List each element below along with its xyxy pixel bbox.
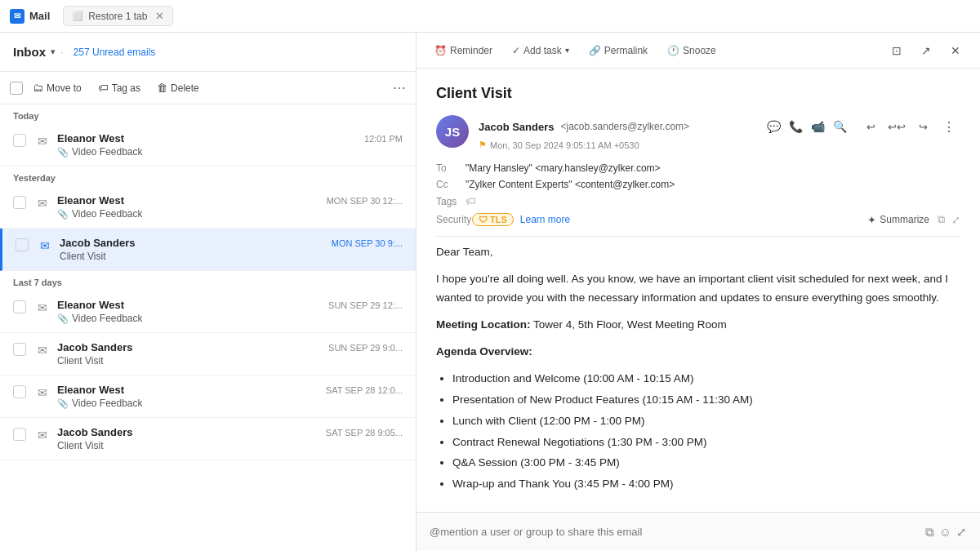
app-title-text: Mail: [29, 10, 50, 22]
add-task-button[interactable]: ✓ Add task ▾: [507, 42, 574, 60]
reply-all-button[interactable]: ↩↩: [885, 115, 908, 138]
envelope-icon: ✉: [34, 427, 51, 443]
restore-tab-button[interactable]: ⬜ Restore 1 tab ✕: [63, 6, 173, 26]
move-to-label: Move to: [47, 82, 82, 94]
tag-as-button[interactable]: 🏷 Tag as: [91, 78, 147, 97]
list-item[interactable]: ✉ Jacob Sanders Client Visit SAT SEP 28 …: [0, 418, 416, 460]
cc-row: Cc "Zylker Content Experts" <content@zyl…: [436, 176, 960, 193]
snooze-button[interactable]: 🕐 Snooze: [662, 42, 721, 60]
email-subject: 📎 Video Feedback: [57, 208, 320, 220]
email-checkbox[interactable]: [13, 300, 26, 313]
tag-as-label: Tag as: [112, 82, 140, 94]
reply-input[interactable]: [430, 526, 919, 538]
list-item[interactable]: ✉ Eleanor West 📎 Video Feedback MON SEP …: [0, 186, 416, 229]
left-panel: Inbox ▾ · 257 Unread emails 🗂 Move to 🏷 …: [0, 33, 416, 551]
select-all-checkbox[interactable]: [10, 82, 23, 95]
email-content: Jacob Sanders Client Visit: [57, 426, 319, 451]
email-sender: Eleanor West: [57, 384, 319, 396]
reply-copy-icon[interactable]: ⧉: [925, 525, 934, 540]
close-email-button[interactable]: ✕: [944, 39, 967, 62]
restore-tab-close[interactable]: ✕: [155, 10, 164, 22]
email-content: Jacob Sanders Client Visit: [60, 237, 325, 262]
email-subject: Client Visit: [57, 355, 322, 367]
summarize-button[interactable]: ✦ Summarize ⧉ ⤢: [867, 213, 960, 226]
comment-icon[interactable]: 💬: [764, 118, 783, 136]
email-date: ⚑ Mon, 30 Sep 2024 9:05:11 AM +0530: [479, 140, 960, 150]
learn-more-link[interactable]: Learn more: [520, 214, 570, 225]
email-time: SUN SEP 29 9:0...: [328, 343, 403, 353]
tls-badge: 🛡 TLS: [472, 213, 514, 226]
email-checkbox[interactable]: [13, 343, 26, 356]
inbox-bar: Inbox ▾ · 257 Unread emails: [0, 33, 416, 72]
list-item[interactable]: ✉ Jacob Sanders Client Visit MON SEP 30 …: [0, 229, 416, 271]
agenda-item: Contract Renewal Negotiations (1:30 PM -…: [452, 433, 960, 452]
reply-button[interactable]: ↩: [859, 115, 882, 138]
agenda-item: Presentation of New Product Features (10…: [452, 391, 960, 410]
app-icon: ✉: [10, 9, 24, 24]
video-icon[interactable]: 📹: [808, 118, 827, 136]
move-to-button[interactable]: 🗂 Move to: [26, 78, 88, 97]
email-content: Jacob Sanders Client Visit: [57, 341, 322, 367]
main-layout: Inbox ▾ · 257 Unread emails 🗂 Move to 🏷 …: [0, 33, 980, 551]
reply-share-icon[interactable]: ⤢: [956, 525, 967, 540]
phone-icon[interactable]: 📞: [786, 118, 805, 136]
restore-tab-label: Restore 1 tab: [88, 11, 147, 22]
email-sender: Eleanor West: [57, 194, 320, 207]
email-time: SAT SEP 28 9:05...: [326, 428, 403, 438]
list-item[interactable]: ✉ Jacob Sanders Client Visit SUN SEP 29 …: [0, 333, 416, 375]
dot-separator: ·: [60, 46, 64, 58]
email-checkbox[interactable]: [16, 238, 29, 251]
more-options-button[interactable]: ⋯: [393, 80, 406, 96]
envelope-icon: ✉: [34, 133, 51, 149]
attachment-icon: 📎: [57, 209, 69, 220]
envelope-icon: ✉: [37, 238, 53, 254]
email-sender: Jacob Sanders: [60, 237, 325, 249]
popout-icon[interactable]: ↗: [915, 39, 938, 62]
inbox-caret-icon[interactable]: ▾: [51, 47, 56, 57]
delete-button[interactable]: 🗑 Delete: [150, 78, 206, 97]
attachment-icon: 📎: [57, 313, 69, 324]
body-intro: I hope you're all doing well. As you kno…: [436, 270, 960, 308]
email-subject-title: Client Visit: [436, 85, 960, 102]
summarize-label: Summarize: [880, 214, 929, 225]
summarize-share-icon: ⤢: [951, 214, 960, 226]
agenda-item: Wrap-up and Thank You (3:45 PM - 4:00 PM…: [452, 475, 960, 494]
search-in-email-icon[interactable]: 🔍: [831, 118, 849, 136]
reminder-icon: ⏰: [434, 45, 447, 56]
tag-icon: 🏷: [98, 82, 109, 94]
tag-bookmark-icon: 🏷: [466, 195, 476, 207]
more-actions-button[interactable]: ⋮: [938, 115, 960, 138]
attachment-icon: 📎: [57, 398, 69, 409]
reminder-label: Reminder: [450, 45, 492, 56]
email-detail-toolbar: ⏰ Reminder ✓ Add task ▾ 🔗 Permalink 🕐 Sn…: [416, 33, 980, 69]
check-icon: ✓: [512, 45, 520, 56]
email-checkbox[interactable]: [13, 385, 26, 398]
meeting-location: Meeting Location: Tower 4, 5th Floor, We…: [436, 316, 960, 335]
envelope-icon: ✉: [34, 195, 51, 211]
reminder-button[interactable]: ⏰ Reminder: [430, 42, 497, 60]
agenda-item: Q&A Session (3:00 PM - 3:45 PM): [452, 454, 960, 473]
email-checkbox[interactable]: [13, 428, 26, 441]
list-item[interactable]: ✉ Eleanor West 📎 Video Feedback SUN SEP …: [0, 291, 416, 333]
permalink-button[interactable]: 🔗 Permalink: [584, 42, 653, 60]
add-task-caret: ▾: [565, 46, 569, 55]
reply-action-icons: ⧉ ☺ ⤢: [925, 525, 967, 540]
reply-actions: ↩ ↩↩ ↪ ⋮: [859, 115, 960, 138]
add-task-label: Add task: [523, 45, 562, 56]
email-checkbox[interactable]: [13, 134, 26, 147]
agenda-list: Introduction and Welcome (10:00 AM - 10:…: [452, 370, 960, 495]
list-item[interactable]: ✉ Eleanor West 📎 Video Feedback 12:01 PM: [0, 124, 416, 167]
reply-emoji-icon[interactable]: ☺: [939, 525, 951, 539]
avatar: JS: [436, 115, 469, 148]
email-time: 12:01 PM: [364, 134, 403, 144]
forward-button[interactable]: ↪: [911, 115, 934, 138]
cc-label: Cc: [436, 179, 466, 190]
email-subject: 📎 Video Feedback: [57, 313, 322, 324]
email-checkbox[interactable]: [13, 196, 26, 209]
summarize-icon: ✦: [867, 214, 876, 226]
to-row: To "Mary Hansley" <mary.hansley@zylker.c…: [436, 160, 960, 176]
expand-icon[interactable]: ⊡: [885, 39, 908, 62]
email-subject: Client Visit: [57, 440, 319, 451]
list-item[interactable]: ✉ Eleanor West 📎 Video Feedback SAT SEP …: [0, 375, 416, 418]
top-bar: ✉ Mail ⬜ Restore 1 tab ✕: [0, 0, 980, 33]
